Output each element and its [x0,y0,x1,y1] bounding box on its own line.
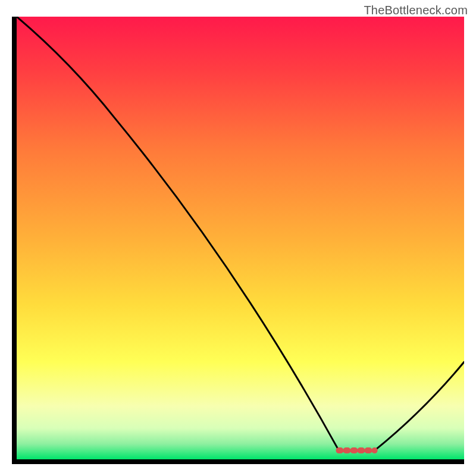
plot-border [12,17,464,464]
gradient-fill [17,17,464,459]
plot-area [17,17,464,459]
watermark-text: TheBottleneck.com [364,4,468,17]
chart-frame: TheBottleneck.com [0,0,476,476]
plot-svg [17,17,464,459]
